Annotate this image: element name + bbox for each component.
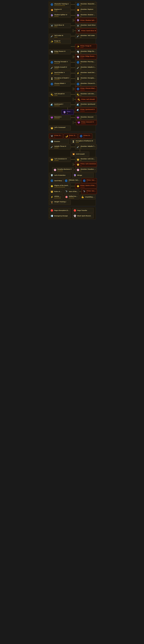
- skill-arid-assault[interactable]: 💥 Arid Assault: [70, 152, 89, 156]
- skill-prime-sand-warp[interactable]: 🌀 Prime: Sand Warp: [81, 178, 97, 183]
- row-sand-slicer: ⚔️ Sand Slicer III ⚔️ Absolute: Sand Sli…: [49, 23, 97, 28]
- row-quicksand: 🌊 Quicksand V 🌊 Absolute: Quicksand: [49, 102, 97, 107]
- skill-chosen-blade[interactable]: 🌀 Chosen Blade V: [49, 82, 71, 86]
- skill-abs-tail-cutter[interactable]: 🗡️ Absolute: Tail Cutter: [75, 34, 97, 38]
- skill-infinite-mastery[interactable]: ⚡ Infinite Mastery VI: [49, 194, 63, 200]
- skill-mirage[interactable]: 🔮 Mirage: [72, 173, 94, 178]
- abs-tail-cutter-name: Absolute: Tail Cutter: [80, 34, 96, 36]
- skill-rupture[interactable]: 💥 Rupture III: [49, 8, 71, 12]
- skill-prime-aals-dominion[interactable]: 👑 Prime: Aal's Dominion: [75, 162, 97, 167]
- prime-sand-slicer-name: Prime: Sand Slicer III: [81, 30, 96, 32]
- skill-sand-divider[interactable]: ⚡ Sand Divider V: [49, 71, 71, 76]
- skill-paradise-beckons[interactable]: 🌸 Paradise Beckons V: [52, 167, 74, 172]
- skill-prime-sand-slicer[interactable]: ⚔️ Prime: Sand Slicer III: [76, 28, 97, 33]
- skill-prime-blades-pact[interactable]: ⚔️ Prime: Blade's Pact: [49, 134, 63, 138]
- skill-abs-descent[interactable]: 💜 Absolute: Descent: [75, 115, 97, 120]
- skill-abs-aals-breath[interactable]: 💫 Absolute: Aal's Breath: [75, 92, 97, 97]
- prime-aals-dom-icon: 👑: [76, 162, 80, 166]
- skill-abs-haladie-assault[interactable]: 🗡️ Absolute: Haladie Assa...: [75, 65, 97, 70]
- ruler-icon: 👑: [50, 190, 54, 194]
- skill-piercing-tornado[interactable]: 🌀 Piercing Tornado V: [49, 60, 71, 65]
- skill-prime-aals-breath[interactable]: 💫 Prime: Aal's Breath: [76, 97, 97, 102]
- skill-prime-shadow[interactable]: 🔮 Prime: Shadow Splitter: [75, 18, 97, 23]
- skill-abs-aals-dominion[interactable]: 👑 Absolute: Aal's Dominion: [75, 157, 97, 162]
- skill-shadow-splitter[interactable]: 🔮 Shadow Splitter IV: [49, 13, 71, 18]
- skill-prime-ridge-reaver[interactable]: 🌪️ Prime: Ridge Reaver III: [75, 54, 97, 59]
- h-line-prime-chosen: [73, 89, 75, 89]
- skill-haladie-throw[interactable]: 🗡️ Haladie Throw IV: [49, 144, 71, 150]
- row-purge: ✨ Purge VI: [49, 39, 97, 44]
- skill-tail-cutter[interactable]: 🗡️ Tail Cutter III: [49, 34, 71, 38]
- skill-abs-paradise[interactable]: 🌸 Absolute: Paradise Bec...: [75, 167, 97, 172]
- skill-aals-command[interactable]: 👑 Aal's Command: [49, 126, 71, 130]
- skill-ruler-of-sands[interactable]: 👑 Ruler of the Sands: [49, 189, 63, 194]
- skill-abs-sand-slicer[interactable]: ⚔️ Absolute: Sand Slicer: [75, 23, 97, 28]
- skill-prime-savior[interactable]: 🌟 Prime: Savior of the Sa...: [75, 184, 97, 188]
- skill-abs-haladie-throw[interactable]: 🗡️ Absolute: Haladie Throw: [75, 144, 97, 150]
- skill-emergency-escape[interactable]: 💨 Emergency Escape: [49, 214, 71, 218]
- skill-skilled-hunter[interactable]: 🎯 Skilled Hunter V: [64, 194, 79, 200]
- abs-descent-icon: 💜: [76, 116, 80, 120]
- row-chosen-blade: 🌀 Chosen Blade V 🌀 Absolute: Chosen Blad…: [49, 82, 97, 86]
- skill-hourglass-defiance[interactable]: ⏳ Hourglass of Defiance III: [70, 139, 95, 144]
- skill-weight-training[interactable]: 🏋️ Weight Training I: [49, 200, 71, 205]
- h-conn-sand-slicer: [71, 26, 75, 26]
- skill-sand-slicer[interactable]: ⚔️ Sand Slicer III: [49, 23, 71, 28]
- skill-pilgrim[interactable]: 🌟 Pilgrim of the Sands XX: [49, 184, 71, 188]
- skill-abs-ridge-reaver[interactable]: 🌪️ Absolute: Ridge Reaver: [75, 50, 97, 54]
- skill-abs-hourglass-death[interactable]: ⏳ Absolute: Hourglass of ...: [75, 76, 97, 81]
- skill-hourglass-death[interactable]: ⏳ Hourglass of Death V: [49, 76, 71, 81]
- skill-rage-transfer[interactable]: 🔴 Rage Transfer: [72, 208, 94, 213]
- skill-ridge-reaver[interactable]: 🌪️ Ridge Reaver IV: [49, 50, 71, 54]
- prime-ridge-stars: [80, 58, 96, 58]
- skill-purge[interactable]: ✨ Purge VI: [49, 39, 71, 44]
- skill-abs-sand-divider[interactable]: ⚡ Absolute: Sand Divider: [75, 71, 97, 76]
- skill-black-spirit-illusion[interactable]: 👻 Black Spirit Illusion: [72, 214, 94, 218]
- prime-dune-slash-icon: 🌙: [64, 134, 68, 138]
- aals-dominion-icon: 👑: [50, 158, 54, 162]
- pilgrim-stars: [54, 187, 70, 188]
- v-line-arid: [80, 150, 80, 152]
- skill-quicksand[interactable]: 🌊 Quicksand V: [49, 102, 71, 107]
- skill-abs-chosen-blade[interactable]: 🌀 Absolute: Chosen Blade: [75, 82, 97, 86]
- h-conn-seer-prime: [79, 191, 81, 192]
- skill-haladie-assault[interactable]: 🗡️ Haladie Assault IV: [49, 65, 71, 70]
- skill-aals-dominion[interactable]: 👑 Aal's Dominion IV: [49, 157, 71, 162]
- black-spirit-illusion-name: Black Spirit Illusion: [77, 215, 93, 217]
- skill-abs-piercing[interactable]: 🌀 Absolute: Piercing Torn...: [75, 60, 97, 65]
- skill-prime-seer[interactable]: 🔭 Prime: Seer of the Sands: [81, 189, 97, 194]
- skill-rage-absorption[interactable]: 🔴 Rage Absorption (Corn...: [49, 208, 71, 213]
- skill-abs-quicksand[interactable]: 🌊 Absolute: Quicksand: [75, 102, 97, 107]
- skill-sand-warp[interactable]: 🌀 Sand Warp: [49, 178, 63, 183]
- skill-prime-dune-slash[interactable]: 🌙 Prime: Dune Slash: [64, 134, 78, 138]
- h-conn-haladie-throw: [71, 147, 75, 147]
- skill-shamshir-x[interactable]: 🌀 Shamshir Training X: [49, 2, 71, 7]
- row-rupture: 💥 Rupture III 💥 Absolute: Rupture: [49, 8, 97, 12]
- skill-abs-rupture[interactable]: 💥 Absolute: Rupture: [75, 8, 97, 12]
- skill-prime-descent[interactable]: 💜 Prime: Descent IV: [76, 120, 97, 125]
- skill-prime-quicksand[interactable]: 🌊 Prime: Quicksand IV: [75, 108, 97, 112]
- haladie-throw-stars: [54, 148, 70, 148]
- row-emergency-escape: 💨 Emergency Escape 👻 Black Spirit Illusi…: [49, 214, 97, 218]
- skill-flow-sand-prison[interactable]: 🔮 Flow: Sand Prison: [61, 110, 74, 115]
- skill-unyielding-might[interactable]: 💪 Unyielding Might: [80, 194, 95, 200]
- unyielding-might-name: Unyielding Might: [85, 196, 95, 198]
- skill-abs-shamshir[interactable]: 🌀 Absolute: Shamshir Trai...: [75, 2, 97, 7]
- skill-aals-protection[interactable]: 🛡️ Aal's Protection: [49, 173, 71, 178]
- prime-sand-warp-icon: 🌀: [82, 179, 86, 183]
- skill-descent[interactable]: 💜 Descent V: [49, 115, 71, 120]
- row-descent: 💜 Descent V 💜 Absolute: Descent: [49, 115, 97, 120]
- abs-shamshir-stars: [80, 5, 96, 6]
- skill-evasion[interactable]: 💨 Evasion: [49, 139, 69, 144]
- skill-aals-breath[interactable]: 💫 Aal's Breath III: [49, 92, 71, 97]
- abs-chosen-blade-stars: [80, 84, 96, 86]
- h-connector-shamshir: [71, 4, 75, 5]
- skill-prime-purge[interactable]: ✨ Prime: Purge III: [75, 44, 97, 49]
- skill-abs-shadow[interactable]: 🔮 Absolute: Shadow Split...: [75, 13, 97, 18]
- skill-ultimate-sand-warp[interactable]: 🌀 Ultimate: Sand Warp: [63, 178, 80, 183]
- skill-seer-of-sands[interactable]: 🔭 Seer of the Sands: [64, 189, 79, 194]
- row-prime-3: ⚔️ Prime: Blade's Pact 🌙 Prime: Dune Sla…: [49, 134, 97, 138]
- skill-prime-binding-spirals[interactable]: 🌀 Prime: Binding Spirals: [78, 134, 92, 138]
- tail-cutter-stars: [54, 37, 70, 38]
- skill-prime-chosen-blade[interactable]: 🌀 Prime: Chosen Blade IV: [75, 86, 97, 92]
